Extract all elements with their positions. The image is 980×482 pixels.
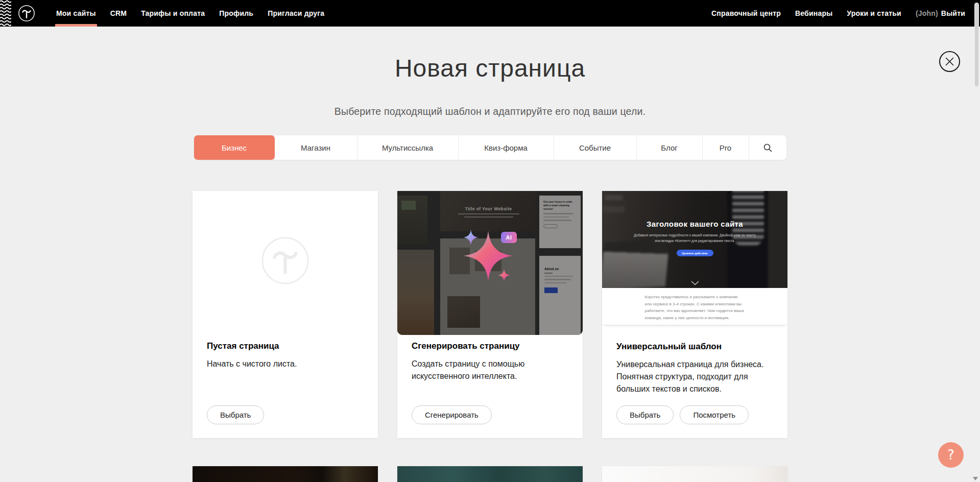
secondary-menu: Справочный центр Вебинары Уроки и статьи…	[711, 0, 965, 27]
tab-blog[interactable]: Блог	[637, 135, 703, 160]
ai-badge: AI	[501, 232, 517, 243]
card-description: Начать с чистого листа.	[207, 358, 364, 370]
hero-cta-button: Целевое действие	[677, 250, 713, 256]
card-info: Пустая страница Начать с чистого листа. …	[193, 330, 378, 438]
page-subtitle: Выберите подходящий шаблон и адаптируйте…	[0, 106, 980, 117]
template-category-tabs: Бизнес Магазин Мультиссылка Квиз-форма С…	[194, 135, 786, 160]
tab-quiz-form[interactable]: Квиз-форма	[459, 135, 554, 160]
card-description: Создать страницу с помощью искусственног…	[412, 358, 568, 382]
nav-item-lessons[interactable]: Уроки и статьи	[847, 0, 901, 27]
new-page-dialog: Новая страница Выберите подходящий шабло…	[0, 54, 980, 482]
user-name: (John)	[916, 0, 938, 27]
main-menu: Мои сайты CRM Тарифы и оплата Профиль Пр…	[56, 0, 324, 27]
card-info: Сгенерировать страницу Создать страницу …	[397, 335, 583, 438]
choose-button[interactable]: Выбрать	[207, 405, 264, 424]
ai-preview-collage[interactable]: Title of Your Website Get your house in …	[397, 191, 583, 335]
card-info: Универсальный шаблон Универсальная стран…	[602, 325, 787, 438]
template-body-text: Коротко представьтесь и расскажите о ком…	[602, 288, 787, 325]
nav-item-tariffs[interactable]: Тарифы и оплата	[141, 0, 205, 27]
close-icon	[945, 57, 954, 66]
nav-item-profile[interactable]: Профиль	[219, 0, 253, 27]
help-button[interactable]: ?	[938, 442, 964, 468]
tab-search[interactable]	[749, 135, 786, 160]
scrollbar-down-arrow[interactable]	[973, 477, 978, 480]
card-title: Сгенерировать страницу	[412, 335, 568, 351]
tab-shop[interactable]: Магазин	[275, 135, 357, 160]
template-card-partial[interactable]	[397, 466, 583, 482]
tilda-logo-icon[interactable]	[18, 5, 35, 22]
generate-button[interactable]: Сгенерировать	[412, 405, 492, 424]
card-title: Пустая страница	[207, 330, 364, 351]
hero-subtitle: Добавьте интересные подробности о вашей …	[633, 233, 757, 244]
nav-item-webinars[interactable]: Вебинары	[795, 0, 832, 27]
template-card-partial[interactable]	[602, 466, 787, 482]
blank-page-preview[interactable]	[193, 191, 378, 330]
template-card-partial[interactable]	[193, 466, 378, 482]
tab-business[interactable]: Бизнес	[194, 135, 275, 160]
choose-button[interactable]: Выбрать	[616, 405, 674, 424]
ai-sparkles-icon	[397, 191, 583, 335]
tilda-watermark-icon	[261, 236, 309, 285]
card-description: Универсальная страница для бизнеса. Поня…	[616, 358, 773, 395]
close-button[interactable]	[939, 51, 960, 72]
card-ai-generate: Title of Your Website Get your house in …	[397, 191, 583, 438]
template-cards-row: Пустая страница Начать с чистого листа. …	[193, 191, 787, 438]
scrollbar-thumb[interactable]	[974, 3, 979, 87]
hero-title: Заголовок вашего сайта	[647, 220, 743, 228]
card-title: Универсальный шаблон	[616, 325, 773, 352]
next-cards-row-partial	[193, 466, 787, 482]
search-icon	[763, 143, 772, 152]
view-button[interactable]: Посмотреть	[680, 405, 749, 424]
nav-item-crm[interactable]: CRM	[110, 0, 127, 27]
template-hero: Заголовок вашего сайта Добавьте интересн…	[602, 191, 787, 288]
logout-label: Выйти	[941, 0, 965, 27]
nav-item-my-sites[interactable]: Мои сайты	[56, 0, 96, 27]
chevron-down-icon	[691, 281, 699, 285]
tab-pro[interactable]: Pro	[703, 135, 749, 160]
tab-event[interactable]: Событие	[554, 135, 637, 160]
nav-item-help-center[interactable]: Справочный центр	[711, 0, 781, 27]
page-title: Новая страница	[0, 54, 980, 82]
card-blank-page: Пустая страница Начать с чистого листа. …	[193, 191, 378, 438]
nav-item-invite-friend[interactable]: Пригласи друга	[268, 0, 324, 27]
nav-item-logout[interactable]: (John) Выйти	[916, 0, 965, 27]
template-preview[interactable]: Заголовок вашего сайта Добавьте интересн…	[602, 191, 787, 325]
zigzag-pattern-decoration	[0, 0, 11, 27]
tab-multilink[interactable]: Мультиссылка	[357, 135, 459, 160]
top-navbar: Мои сайты CRM Тарифы и оплата Профиль Пр…	[0, 0, 980, 27]
card-universal-template: Заголовок вашего сайта Добавьте интересн…	[602, 191, 787, 438]
